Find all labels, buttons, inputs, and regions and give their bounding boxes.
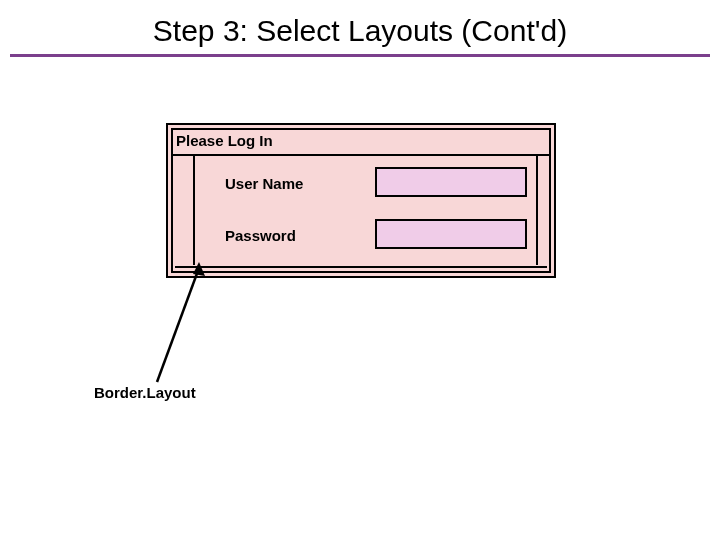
- password-label: Password: [225, 227, 296, 244]
- annotation-label: Border.Layout: [94, 384, 196, 401]
- divider-right: [536, 156, 538, 265]
- divider-top: [173, 154, 549, 156]
- divider-left: [193, 156, 195, 265]
- password-input[interactable]: [375, 219, 527, 249]
- svg-marker-1: [193, 262, 205, 276]
- svg-line-0: [157, 268, 199, 382]
- slide-title: Step 3: Select Layouts (Cont'd): [0, 14, 720, 48]
- panel-heading: Please Log In: [176, 132, 273, 149]
- username-label: User Name: [225, 175, 303, 192]
- username-input[interactable]: [375, 167, 527, 197]
- title-underline: [10, 54, 710, 57]
- login-panel: Please Log In User Name Password: [166, 123, 556, 278]
- annotation-arrow-icon: [135, 262, 255, 402]
- panel-inner-border: [171, 128, 551, 273]
